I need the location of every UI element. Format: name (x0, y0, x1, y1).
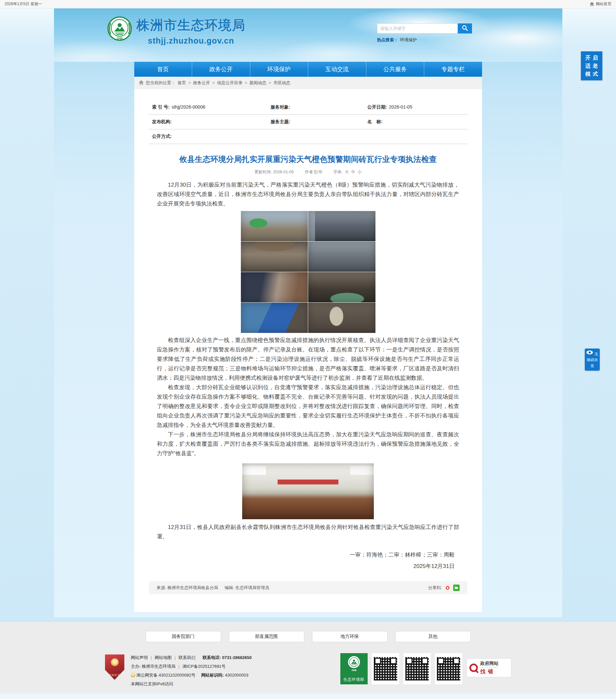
font-size-medium[interactable]: 中 (351, 169, 355, 175)
article-paragraph: 12月30日，为积极应对当前重污染天气，严格落实重污染天气橙色（Ⅱ级）预警响应措… (157, 180, 459, 208)
article-paragraph: 检查发现，大部分砖瓦企业能够认识到位，自觉遵守预警要求，落实应急减排措施，污染治… (157, 383, 459, 430)
inspection-photo (308, 211, 375, 241)
breadcrumb-item-info-catalog[interactable]: 信息公开目录 (212, 80, 242, 86)
article-panel: 索 引 号:sthjj/2026-00006 服务对象: 公开日期:2026-0… (134, 89, 482, 612)
site-name: 株洲市生态环境局 (136, 16, 246, 34)
inspection-photo-collage (241, 211, 375, 333)
font-size-large[interactable]: 大 (345, 169, 349, 175)
article-editor: 编辑: 生态环境局管理员 (225, 585, 269, 591)
search-area: 热点搜索： 环境保护 (377, 23, 472, 43)
nav-item-env-protection[interactable]: 环境保护 (250, 62, 308, 77)
elder-mode-button[interactable]: 开启适老模式 (581, 51, 602, 80)
article-paragraph: 检查组深入企业生产一线，重点围绕橙色预警应急减排措施的执行情况开展核查。执法人员… (157, 335, 459, 383)
breadcrumb-item-gov-info[interactable]: 政务公开 (189, 80, 210, 86)
page-footer: 国务院部门 部直属范围 地方环保 其他 党政机关 网站声明 网站地图 联系我们 … (0, 622, 616, 694)
eye-icon (586, 351, 593, 354)
review-line: 一审：符海艳；二审：林梓樟；三审：周毅 (157, 549, 455, 561)
footer-site-code-label: 网站标识码: (201, 673, 224, 677)
qr-code (435, 653, 462, 684)
article-title: 攸县生态环境分局扎实开展重污染天气橙色预警期间砖瓦行业专项执法检查 (149, 144, 467, 169)
nav-item-public-service[interactable]: 公共服务 (366, 62, 424, 77)
doc-topic-label: 服务主题: (270, 119, 290, 125)
footer-phone: 联系电话: 0731-28682650 (202, 653, 252, 662)
footer-text-block: 网站声明 网站地图 联系我们 联系电话: 0731-28682650 主办: 株… (131, 653, 252, 688)
top-utility-bar: 2026年1月5日 星期一 网站首页 (0, 0, 616, 9)
nav-item-interaction[interactable]: 互动交流 (308, 62, 366, 77)
share-weibo-icon[interactable] (444, 584, 451, 591)
gov-agency-emblem: 党政机关 (105, 655, 124, 680)
page-body: ZHB 株洲市生态环境局 sthjj.zhuzhou.gov.cn (0, 9, 616, 622)
moee-label: 生态环境部 (343, 677, 364, 683)
find-error-line2: 找错 (480, 668, 499, 675)
site-banner: ZHB 株洲市生态环境局 sthjj.zhuzhou.gov.cn (54, 9, 562, 62)
inspection-photo (308, 241, 375, 272)
site-logo-icon: ZHB (107, 16, 132, 41)
breadcrumb: 您当前的位置： 首页 政务公开 信息公开目录 新闻动态 市区动态 (134, 77, 482, 89)
inspection-photo (241, 303, 308, 333)
home-link-label: 网站首页 (596, 1, 612, 7)
share-wechat-icon[interactable] (453, 584, 460, 591)
breadcrumb-item-district-news[interactable]: 市区动态 (268, 80, 290, 86)
meeting-photo (242, 463, 374, 519)
nav-item-special-topics[interactable]: 专题专栏 (424, 62, 482, 77)
hot-search-keyword[interactable]: 环境保护 (400, 37, 417, 43)
link-group-ministry[interactable]: 部直属范围 (229, 631, 304, 642)
doc-meta-row: 索 引 号:sthjj/2026-00006 服务对象: 公开日期:2026-0… (149, 100, 467, 115)
site-logo-link[interactable]: ZHB 株洲市生态环境局 sthjj.zhuzhou.gov.cn (107, 16, 246, 45)
inspection-photo (308, 303, 375, 333)
main-nav: 首页 政务公开 环境保护 互动交流 公共服务 专题专栏 (134, 62, 482, 77)
footer-link-sitemap[interactable]: 网站地图 (148, 653, 172, 662)
moee-zhb-text: ZHB (351, 669, 356, 672)
footer-link-contact[interactable]: 联系我们 (172, 653, 196, 662)
search-icon (462, 25, 468, 32)
doc-date-value: 2026-01-05 (389, 104, 413, 110)
footer-ipv6: 本网站已支持IPv6访问 (131, 680, 252, 688)
doc-index-label: 索 引 号: (152, 104, 170, 110)
qr-code (372, 653, 399, 684)
doc-date-label: 公开日期: (367, 104, 387, 110)
footer-security-record[interactable]: 湘公网安备 43021102000082号 (136, 673, 196, 677)
friend-link-row: 国务院部门 部直属范围 地方环保 其他 (146, 631, 471, 642)
hot-search-label: 热点搜索： (377, 37, 398, 43)
doc-meta-row: 发布机构: 服务主题: 名 称: (149, 115, 467, 129)
source-bar: 来源: 株洲市生态环境局攸县分局 编辑: 生态环境局管理员 分享到: (149, 581, 467, 594)
share-label: 分享到: (428, 585, 442, 591)
accessibility-label: 无障碍浏览 (587, 352, 598, 368)
article-paragraph: 12月31日，攸县人民政府副县长余霆带队到株洲市生态环境局攸县分局针对攸县检查重… (157, 523, 459, 541)
accessibility-button[interactable]: 无障碍浏览 (585, 348, 600, 371)
footer-site-code: 4302000003 (225, 673, 249, 677)
font-size-label: 字体: (333, 169, 342, 175)
breadcrumb-item-home[interactable]: 首页 (178, 80, 186, 86)
gov-site-find-error-badge[interactable]: 政府网站 找错 (467, 658, 511, 677)
link-group-other[interactable]: 其他 (395, 631, 471, 642)
moee-logo-box[interactable]: ZHB 生态环境部 (340, 653, 367, 684)
qr-code (403, 653, 431, 684)
doc-method-label: 公开方式: (152, 134, 172, 140)
doc-target-label: 服务对象: (270, 104, 290, 110)
nav-item-home[interactable]: 首页 (134, 62, 192, 77)
footer-host: 主办: 株洲市生态环境局 (131, 664, 175, 669)
home-icon (590, 2, 594, 6)
current-date: 2026年1月5日 星期一 (4, 1, 42, 7)
article-signature: 一审：符海艳；二审：林梓樟；三审：周毅 2025年12月31日 (157, 541, 459, 577)
search-input[interactable] (377, 23, 458, 34)
article-meta: 更新时间: 2026-01-05 作者:彭华 字体: 大 中 小 (149, 169, 467, 180)
doc-index-value: sthjj/2026-00006 (172, 104, 205, 110)
inspection-photo (308, 272, 375, 302)
inspection-photo (241, 211, 308, 241)
doc-meta-row: 公开方式: (149, 129, 467, 144)
breadcrumb-home-icon (139, 80, 144, 86)
inspection-photo (241, 272, 308, 302)
footer-link-statement[interactable]: 网站声明 (131, 653, 148, 662)
article-author: 作者:彭华 (305, 169, 322, 175)
nav-item-gov-info[interactable]: 政务公开 (192, 62, 250, 77)
sign-date: 2025年12月31日 (157, 560, 455, 572)
font-size-small[interactable]: 小 (358, 169, 362, 175)
home-link[interactable]: 网站首页 (590, 1, 612, 7)
search-button[interactable] (458, 23, 472, 34)
article-paragraph: 下一步，株洲市生态环境局攸县分局将继续保持环境执法高压态势，加大在重污染天气应急… (157, 430, 459, 458)
link-group-state-council[interactable]: 国务院部门 (146, 631, 221, 642)
logo-zhb-text: ZHB (116, 37, 122, 40)
link-group-local-env[interactable]: 地方环保 (312, 631, 388, 642)
breadcrumb-item-news[interactable]: 新闻动态 (245, 80, 267, 86)
